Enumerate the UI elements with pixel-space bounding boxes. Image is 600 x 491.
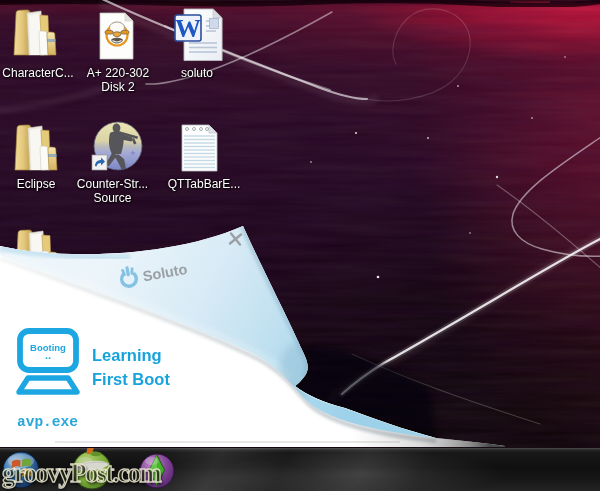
svg-text:..: ..: [45, 349, 51, 361]
svg-text:Learning: Learning: [92, 346, 162, 364]
svg-text:avp.exe: avp.exe: [17, 414, 78, 430]
svg-text:W: W: [175, 14, 201, 43]
svg-text:First Boot: First Boot: [92, 370, 170, 388]
